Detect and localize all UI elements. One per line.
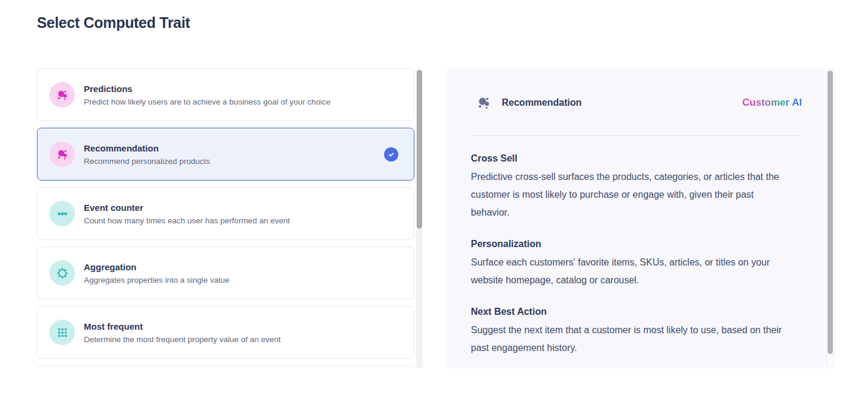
section-heading: Cross Sell <box>471 153 800 164</box>
section-body: Predictive cross-sell surfaces the produ… <box>471 168 795 222</box>
beads-icon <box>55 207 70 221</box>
trait-description: Count how many times each user has perfo… <box>84 216 398 225</box>
list-item[interactable]: Most frequent Determine the most frequen… <box>37 306 414 359</box>
cluster-icon <box>55 88 70 102</box>
trait-list-scrollbar[interactable] <box>416 68 423 368</box>
detail-sections: Cross Sell Predictive cross-sell surface… <box>447 136 823 357</box>
list-item-partial[interactable] <box>37 365 414 368</box>
trait-text: Aggregation Aggregates properties into a… <box>84 262 398 285</box>
customer-ai-badge: Customer AI <box>743 97 802 109</box>
selected-check-icon <box>384 147 398 162</box>
trait-icon-circle <box>49 201 75 226</box>
trait-text: Most frequent Determine the most frequen… <box>84 321 398 344</box>
trait-icon-circle <box>49 320 75 345</box>
detail-header: Recommendation Customer AI <box>476 94 802 111</box>
detail-title: Recommendation <box>502 97 581 108</box>
trait-title: Recommendation <box>84 143 384 153</box>
section-body: Surface each customers' favorite items, … <box>471 254 795 289</box>
trait-description: Predict how likely users are to achieve … <box>84 97 398 106</box>
section-heading: Personalization <box>471 239 800 249</box>
detail-panel: Recommendation Customer AI Cross Sell Pr… <box>447 68 823 368</box>
detail-section: Personalization Surface each customers' … <box>471 239 800 289</box>
trait-icon-circle <box>49 260 75 286</box>
list-item[interactable]: Event counter Count how many times each … <box>37 187 414 240</box>
trait-list: Predictions Predict how likely users are… <box>37 68 415 368</box>
section-heading: Next Best Action <box>471 306 800 317</box>
trait-title: Predictions <box>84 84 398 94</box>
trait-title: Most frequent <box>84 321 398 331</box>
trait-title: Aggregation <box>84 262 398 272</box>
dot-grid-icon <box>55 326 70 340</box>
detail-panel-scrollbar[interactable] <box>826 68 835 368</box>
dot-ring-icon <box>55 266 70 280</box>
cluster-icon <box>55 147 70 162</box>
trait-description: Determine the most frequent property val… <box>84 335 398 344</box>
trait-icon-circle <box>49 82 75 108</box>
trait-text: Predictions Predict how likely users are… <box>84 84 398 106</box>
list-item[interactable]: Aggregation Aggregates properties into a… <box>37 247 414 299</box>
trait-text: Recommendation Recommend personalized pr… <box>84 143 384 166</box>
list-item[interactable]: Predictions Predict how likely users are… <box>37 68 414 121</box>
section-body: Suggest the next item that a customer is… <box>471 321 795 357</box>
detail-panel-scrollbar-thumb[interactable] <box>828 71 833 354</box>
trait-icon-circle <box>49 141 75 167</box>
trait-description: Recommend personalized products <box>84 157 384 166</box>
trait-title: Event counter <box>84 203 398 213</box>
list-item[interactable]: Recommendation Recommend personalized pr… <box>37 128 414 181</box>
cluster-icon <box>476 94 492 111</box>
trait-text: Event counter Count how many times each … <box>84 203 398 225</box>
trait-list-scrollbar-thumb[interactable] <box>417 70 422 229</box>
detail-section: Next Best Action Suggest the next item t… <box>471 306 800 357</box>
page-title: Select Computed Trait <box>37 14 190 31</box>
detail-section: Cross Sell Predictive cross-sell surface… <box>471 153 800 222</box>
trait-description: Aggregates properties into a single valu… <box>84 276 398 285</box>
